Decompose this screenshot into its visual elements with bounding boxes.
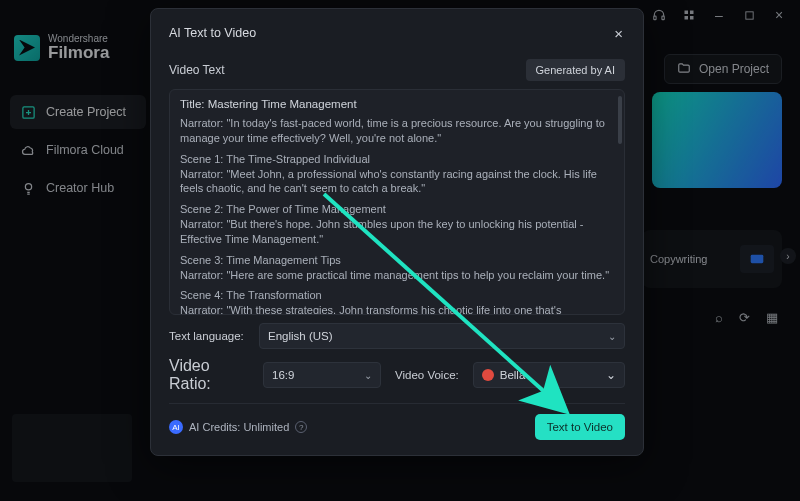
script-line: Scene 3: Time Management Tips <box>180 253 614 268</box>
script-line: Scene 1: The Time-Strapped Individual <box>180 152 614 167</box>
ai-credits: AI AI Credits: Unlimited ? <box>169 420 307 434</box>
video-ratio-label: Video Ratio: <box>169 357 249 393</box>
video-voice-select[interactable]: Bella ⌄ <box>473 362 625 388</box>
modal-title: AI Text to Video <box>169 26 256 40</box>
voice-avatar-icon <box>482 369 494 381</box>
video-ratio-select[interactable]: 16:9 ⌄ <box>263 362 381 388</box>
chevron-down-icon: ⌄ <box>606 368 616 382</box>
script-line: Scene 4: The Transformation <box>180 288 614 303</box>
divider <box>169 403 625 404</box>
script-line: Scene 2: The Power of Time Management <box>180 202 614 217</box>
text-language-select[interactable]: English (US) ⌄ <box>259 323 625 349</box>
text-language-value: English (US) <box>268 330 333 342</box>
text-to-video-button[interactable]: Text to Video <box>535 414 625 440</box>
generated-by-ai-button[interactable]: Generated by AI <box>526 59 626 81</box>
modal-close-icon[interactable]: × <box>612 23 625 44</box>
script-textarea[interactable]: Title: Mastering Time Management Narrato… <box>169 89 625 315</box>
ai-text-to-video-modal: AI Text to Video × Video Text Generated … <box>150 8 644 456</box>
ai-credits-label: AI Credits: Unlimited <box>189 421 289 433</box>
video-voice-value: Bella <box>500 369 526 381</box>
video-voice-label: Video Voice: <box>395 369 459 381</box>
chevron-down-icon: ⌄ <box>364 370 372 381</box>
script-line: Narrator: "But there's hope. John stumbl… <box>180 217 614 247</box>
chevron-down-icon: ⌄ <box>608 331 616 342</box>
script-line: Narrator: "Meet John, a professional who… <box>180 167 614 197</box>
video-text-label: Video Text <box>169 63 225 77</box>
text-language-label: Text language: <box>169 330 249 342</box>
ai-badge-icon: AI <box>169 420 183 434</box>
script-line: Narrator: "With these strategies, John t… <box>180 303 614 315</box>
script-line: Narrator: "Here are some practical time … <box>180 268 614 283</box>
script-line: Narrator: "In today's fast-paced world, … <box>180 116 614 146</box>
script-title: Title: Mastering Time Management <box>180 98 614 110</box>
video-ratio-value: 16:9 <box>272 369 294 381</box>
scrollbar-thumb[interactable] <box>618 96 622 144</box>
info-icon[interactable]: ? <box>295 421 307 433</box>
